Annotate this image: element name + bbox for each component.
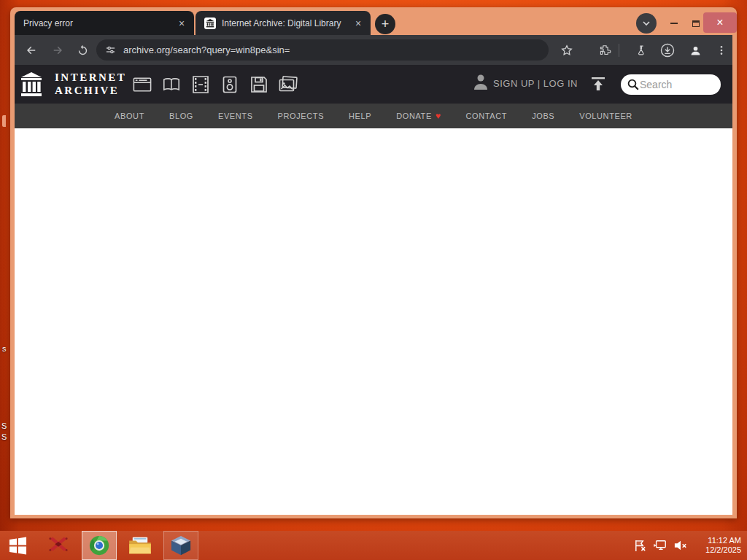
search-icon — [627, 78, 640, 91]
bookmark-star-icon[interactable] — [557, 41, 576, 60]
action-center-flag-icon[interactable] — [632, 537, 648, 553]
virtualbox-cube-icon — [170, 534, 192, 556]
folder-icon — [128, 536, 152, 555]
url-text: archive.org/search?query=win8pe&sin= — [123, 44, 290, 55]
file-explorer-taskbar-icon[interactable] — [123, 531, 158, 560]
tab-search-button[interactable] — [636, 13, 657, 34]
ia-search-input[interactable] — [640, 79, 709, 90]
browser-icon — [88, 534, 110, 556]
toolbar-separator — [619, 44, 619, 57]
nav-help[interactable]: HELP — [349, 112, 371, 120]
desktop-icon-label-fragment[interactable]: S — [1, 432, 7, 441]
desktop-icon-fragment[interactable] — [2, 115, 6, 127]
web-page: INTERNET ARCHIVE — [15, 65, 732, 515]
clock-date: 12/2/2025 — [693, 545, 741, 555]
upload-icon[interactable] — [589, 75, 607, 96]
taskbar-clock[interactable]: 11:12 AM 12/2/2025 — [693, 536, 741, 555]
page-content-blank — [15, 128, 732, 515]
heart-icon: ♥ — [436, 112, 441, 120]
virtualbox-taskbar-icon[interactable] — [163, 531, 198, 560]
red-app-taskbar-icon[interactable] — [41, 531, 76, 560]
network-status-icon[interactable] — [652, 537, 668, 553]
new-tab-button[interactable]: + — [375, 14, 395, 34]
tab-close-icon[interactable]: × — [352, 17, 365, 30]
taskbar: 11:12 AM 12/2/2025 — [0, 531, 747, 560]
reload-button[interactable] — [73, 41, 92, 60]
software-icon[interactable] — [249, 75, 268, 94]
minimize-button[interactable] — [665, 15, 683, 32]
ia-wordmark[interactable]: INTERNET ARCHIVE — [55, 71, 126, 97]
system-tray — [632, 531, 689, 560]
ia-search-box[interactable] — [621, 74, 721, 95]
internet-archive-logo[interactable] — [20, 71, 43, 98]
nav-blog[interactable]: BLOG — [169, 112, 193, 120]
profile-icon[interactable] — [686, 41, 705, 60]
close-window-button[interactable]: × — [703, 12, 737, 33]
texts-icon[interactable] — [162, 75, 181, 94]
tab-internet-archive[interactable]: Internet Archive: Digital Library × — [196, 11, 371, 35]
video-icon[interactable] — [191, 75, 210, 94]
ia-nav: ABOUT BLOG EVENTS PROJECTS HELP DONATE♥ … — [15, 104, 732, 128]
back-button[interactable] — [22, 41, 41, 60]
web-icon[interactable] — [133, 75, 152, 94]
signup-login-links[interactable]: SIGN UP | LOG IN — [493, 78, 578, 89]
browser-toolbar: archive.org/search?query=win8pe&sin= — [15, 35, 732, 65]
site-settings-icon[interactable] — [105, 44, 116, 55]
desktop-icon-label-fragment[interactable]: S — [1, 421, 7, 430]
desktop-icon-label-fragment[interactable]: s — [2, 344, 7, 353]
downloads-icon[interactable] — [658, 41, 677, 60]
tab-strip: Privacy error × Internet Archive: Digita… — [10, 7, 737, 35]
internet-archive-favicon — [204, 18, 216, 29]
audio-icon[interactable] — [220, 75, 239, 94]
nav-events[interactable]: EVENTS — [218, 112, 253, 120]
tab-privacy-error[interactable]: Privacy error × — [15, 11, 194, 35]
nav-volunteer[interactable]: VOLUNTEER — [579, 112, 632, 120]
nav-jobs[interactable]: JOBS — [532, 112, 554, 120]
ia-header: INTERNET ARCHIVE — [15, 65, 732, 104]
chevron-down-icon — [642, 19, 651, 28]
desktop: s S S Privacy error × Internet Archive: … — [0, 0, 747, 560]
tab-title: Privacy error — [23, 18, 175, 28]
user-person-icon[interactable] — [473, 73, 489, 93]
images-icon[interactable] — [279, 75, 298, 94]
clock-time: 11:12 AM — [693, 536, 741, 545]
tab-close-icon[interactable]: × — [175, 17, 188, 30]
extensions-icon[interactable] — [595, 41, 614, 60]
menu-dots-icon[interactable] — [712, 41, 731, 60]
maximize-button[interactable] — [687, 15, 705, 32]
nav-donate[interactable]: DONATE♥ — [396, 112, 441, 120]
browser-taskbar-button[interactable] — [82, 531, 117, 560]
volume-muted-icon[interactable] — [673, 537, 689, 553]
forward-button[interactable] — [48, 41, 67, 60]
nav-about[interactable]: ABOUT — [115, 112, 144, 120]
nav-projects[interactable]: PROJECTS — [278, 112, 324, 120]
labs-flask-icon[interactable] — [632, 41, 651, 60]
browser-window: Privacy error × Internet Archive: Digita… — [10, 7, 737, 518]
nav-contact[interactable]: CONTACT — [466, 112, 508, 120]
start-button[interactable] — [0, 531, 35, 560]
address-bar[interactable]: archive.org/search?query=win8pe&sin= — [96, 39, 549, 61]
media-type-icons — [133, 65, 298, 104]
tab-title: Internet Archive: Digital Library — [222, 18, 352, 28]
